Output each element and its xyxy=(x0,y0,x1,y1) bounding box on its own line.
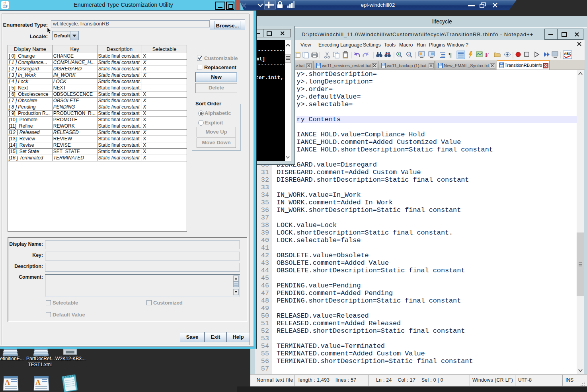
svg-text:ABC: ABC xyxy=(564,52,571,56)
svg-text:¶: ¶ xyxy=(449,51,452,58)
svg-text:F: F xyxy=(485,52,489,58)
svg-text:A: A xyxy=(5,378,10,386)
svg-text:A: A xyxy=(35,378,41,386)
svg-text:ab: ab xyxy=(385,52,389,55)
